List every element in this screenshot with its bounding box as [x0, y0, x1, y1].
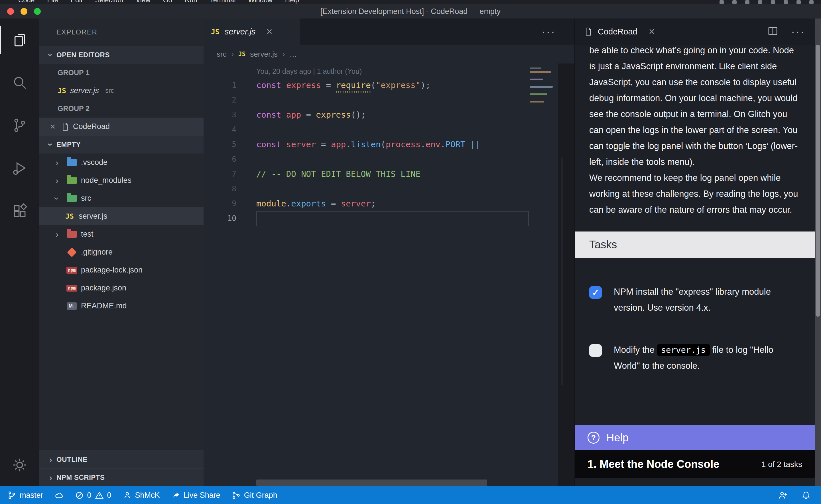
explorer-sidebar: EXPLORER › OPEN EDITORS GROUP 1 JS serve… — [39, 19, 203, 486]
coderoad-tab-label[interactable]: CodeRoad — [598, 27, 638, 36]
help-button[interactable]: ? Help — [575, 425, 815, 450]
line-number: 10 — [203, 214, 236, 223]
code-line[interactable]: 2 — [203, 93, 574, 107]
npm-scripts-header[interactable]: › NPM SCRIPTS — [39, 468, 203, 486]
tab-server-js[interactable]: JS server.js × — [203, 19, 300, 45]
run-debug-icon[interactable] — [0, 147, 39, 189]
open-editors-header[interactable]: › OPEN EDITORS — [39, 46, 203, 64]
code-line[interactable]: 7 // -- DO NOT EDIT BELOW THIS LINE — [203, 167, 574, 181]
tree-item-gitignore[interactable]: .gitignore — [39, 243, 203, 261]
close-icon[interactable]: × — [48, 121, 58, 132]
open-editors-label: OPEN EDITORS — [56, 51, 110, 59]
breadcrumb-symbol[interactable]: … — [289, 50, 297, 59]
tree-item-server-js[interactable]: JS server.js — [39, 207, 203, 225]
branch-indicator[interactable]: master — [7, 491, 43, 500]
tree-item-readme[interactable]: M↓ README.md — [39, 297, 203, 315]
code-line[interactable]: 9 module.exports = server; — [203, 196, 574, 211]
split-editor-icon[interactable] — [767, 25, 779, 38]
title-bar: [Extension Development Host] - CodeRoad … — [0, 4, 821, 19]
menu-item-help[interactable]: Help — [285, 0, 299, 4]
panel-scrollbar-thumb[interactable] — [816, 45, 820, 317]
outline-header[interactable]: › OUTLINE — [39, 450, 203, 468]
explorer-icon[interactable] — [0, 19, 39, 61]
menu-item-code[interactable]: Code — [18, 0, 34, 4]
task-item-modify-server: Modify the server.js file to log "Hello … — [575, 342, 815, 374]
git-graph-button[interactable]: Git Graph — [232, 491, 277, 500]
code-line[interactable]: 3 const app = express(); — [203, 107, 574, 122]
settings-gear-icon[interactable] — [0, 444, 39, 486]
code-line[interactable]: 4 — [203, 122, 574, 137]
menu-item-selection[interactable]: Selection — [95, 0, 123, 4]
add-contact-icon[interactable] — [778, 491, 788, 500]
tree-item-label: package-lock.json — [81, 266, 142, 274]
breadcrumb-file[interactable]: server.js — [250, 50, 278, 59]
user-indicator[interactable]: ShMcK — [123, 491, 160, 500]
close-tab-icon[interactable]: × — [649, 26, 655, 38]
task-text: NPM install the "express" library module… — [614, 284, 798, 316]
chevron-right-icon: › — [51, 230, 63, 239]
tree-item-src[interactable]: › src — [39, 189, 203, 207]
more-actions-icon[interactable]: ··· — [791, 25, 805, 38]
status-bar: master 0 0 ShMcK Live Share Git Graph — [0, 486, 821, 504]
panel-scrollbar[interactable] — [815, 19, 821, 486]
inline-code-chip: server.js — [657, 344, 710, 356]
js-file-icon: JS — [58, 87, 66, 95]
menu-item-go[interactable]: Go — [163, 0, 172, 4]
outline-label: OUTLINE — [56, 456, 87, 464]
horizontal-scrollbar-thumb[interactable] — [256, 480, 487, 486]
close-tab-icon[interactable]: × — [267, 26, 273, 38]
task-text: Modify the server.js file to log "Hello … — [614, 342, 798, 374]
sync-indicator[interactable] — [55, 491, 64, 500]
task-checkbox-unchecked[interactable] — [589, 344, 602, 357]
vscode-window: Code File Edit Selection View Go Run Ter… — [0, 0, 821, 504]
live-share-button[interactable]: Live Share — [171, 491, 221, 500]
breadcrumb-src[interactable]: src — [217, 50, 227, 59]
code-line[interactable]: 1 const express = require("express"); — [203, 78, 574, 93]
open-editor-coderoad[interactable]: × CodeRoad — [39, 118, 203, 136]
code-line[interactable]: 5 const server = app.listen(process.env.… — [203, 137, 574, 152]
gitlens-blame-annotation[interactable]: You, 20 days ago | 1 author (You) — [256, 63, 574, 78]
menu-item-edit[interactable]: Edit — [71, 0, 82, 4]
editor-more-actions-icon[interactable]: ··· — [542, 19, 574, 45]
js-file-icon: JS — [63, 212, 76, 220]
search-icon[interactable] — [0, 61, 39, 104]
code-editor[interactable]: You, 20 days ago | 1 author (You) 1 cons… — [203, 63, 574, 486]
lesson-footer[interactable]: 1. Meet the Node Console 1 of 2 tasks — [575, 450, 815, 478]
tree-item-test[interactable]: › test — [39, 225, 203, 243]
tree-item-node-modules[interactable]: › node_modules — [39, 171, 203, 189]
breadcrumb-separator: › — [282, 50, 285, 59]
menu-item-run[interactable]: Run — [185, 0, 197, 4]
explorer-title: EXPLORER — [39, 19, 203, 46]
chevron-down-icon: › — [46, 49, 55, 61]
tasks-title: Tasks — [589, 239, 617, 251]
code-line current-line[interactable]: 10 — [203, 211, 574, 226]
open-editor-name: server.js — [70, 86, 99, 95]
tree-item-label: README.md — [81, 302, 127, 310]
problems-indicator[interactable]: 0 0 — [75, 491, 111, 500]
menu-item-view[interactable]: View — [136, 0, 150, 4]
extensions-icon[interactable] — [0, 189, 39, 232]
notifications-bell-icon[interactable] — [801, 491, 811, 500]
tree-item-package-lock[interactable]: npm package-lock.json — [39, 261, 203, 279]
minimap[interactable] — [530, 67, 556, 105]
check-icon: ✓ — [592, 288, 599, 298]
tree-item-vscode[interactable]: › .vscode — [39, 153, 203, 171]
open-editor-server-js[interactable]: JS server.js src — [39, 82, 203, 100]
menu-item-terminal[interactable]: Terminal — [210, 0, 236, 4]
open-editor-name: CodeRoad — [73, 122, 110, 131]
chevron-right-icon: › — [45, 455, 56, 464]
line-number: 1 — [203, 81, 236, 89]
editor-scrollbar-thumb[interactable] — [561, 157, 562, 385]
menu-item-file[interactable]: File — [47, 0, 58, 4]
menu-item-window[interactable]: Window — [248, 0, 272, 4]
editor-scrollbar[interactable] — [558, 63, 574, 486]
code-line[interactable]: 6 — [203, 152, 574, 167]
workspace-root-header[interactable]: › EMPTY — [39, 136, 203, 153]
branch-icon — [7, 491, 16, 500]
code-line[interactable]: 8 — [203, 181, 574, 196]
source-control-icon[interactable] — [0, 104, 39, 147]
task-checkbox-checked[interactable]: ✓ — [589, 286, 602, 299]
line-number: 8 — [203, 185, 236, 193]
tree-item-package-json[interactable]: npm package.json — [39, 279, 203, 297]
warning-icon — [95, 491, 104, 500]
